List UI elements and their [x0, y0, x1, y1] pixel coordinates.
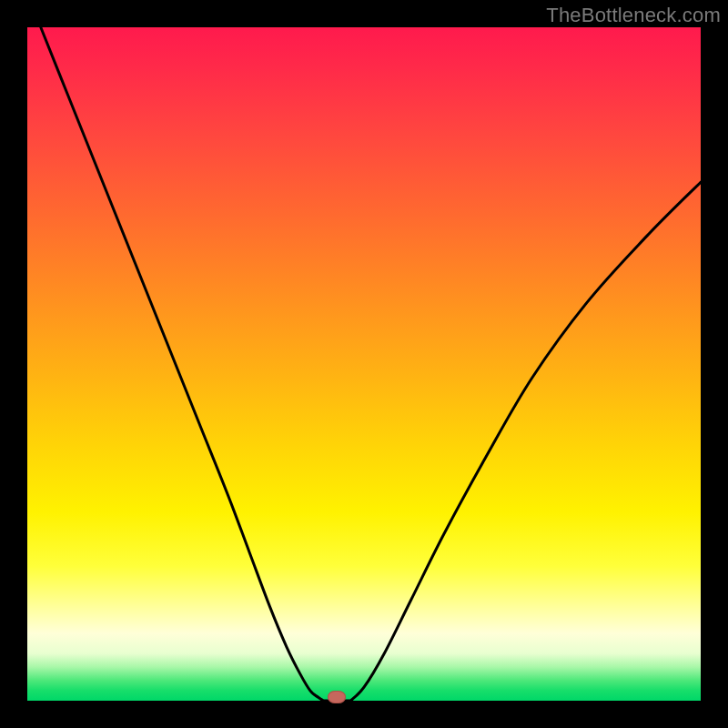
- chart-frame: TheBottleneck.com: [0, 0, 728, 728]
- bottleneck-curve: [27, 27, 701, 701]
- curve-path: [41, 27, 701, 702]
- watermark-text: TheBottleneck.com: [546, 4, 721, 27]
